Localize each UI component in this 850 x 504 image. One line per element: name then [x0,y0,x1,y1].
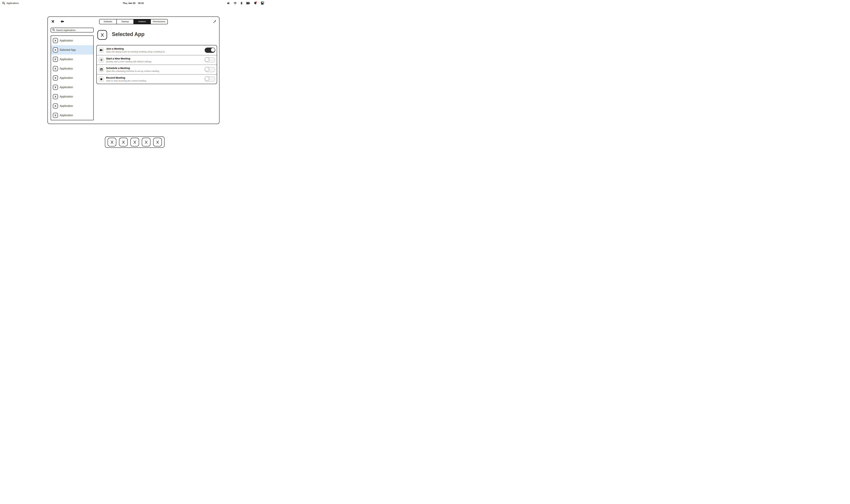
search-applications-field[interactable] [51,28,94,33]
toggle-knob [211,48,215,52]
close-button[interactable] [51,20,55,23]
app-x-icon [53,48,58,53]
dock-app-x-icon[interactable] [142,138,151,146]
tab-actions[interactable]: Actions [134,19,151,24]
action-title: Start a New Meeting [106,57,203,60]
search-icon [52,29,55,32]
action-row-record-meeting: Record Meeting Start or stop recording t… [97,74,217,84]
video-camera-icon [99,47,104,53]
toggle-knob [205,67,209,72]
app-x-icon [53,94,58,99]
dock-app-x-icon[interactable] [119,138,128,146]
back-button[interactable] [60,20,64,23]
app-label: Application [60,58,73,61]
notifications-icon [254,1,257,5]
date-label: Thu, Jan 20 [123,2,135,4]
battery-icon [246,2,250,4]
plus-icon [99,57,104,63]
volume-icon [227,2,230,5]
action-text: Schedule a Meeting Open the scheduling i… [106,67,203,73]
app-label: Application [60,76,73,79]
app-x-icon [53,75,58,80]
app-list-item[interactable]: Application [51,101,93,111]
app-x-icon [53,38,58,43]
toggle-schedule-meeting[interactable] [205,67,215,72]
app-label: Application [60,86,73,89]
action-subtitle: Open the scheduling interface to set up … [106,70,203,73]
applications-label: Applications [6,2,19,4]
app-label: Application [60,114,73,117]
action-title: Join a Meeting [106,47,203,50]
search-icon [2,2,5,5]
actions-group: Join a Meeting Open the dialog to join a… [97,45,217,84]
bluetooth-icon [240,2,243,5]
time-label: 15:31 [138,2,144,4]
top-bar: Applications Thu, Jan 20 15:31 [0,0,266,6]
app-x-icon [53,57,58,62]
dock-app-x-icon[interactable] [153,138,162,146]
dock-app-x-icon[interactable] [131,138,139,146]
action-text: Record Meeting Start or stop recording t… [106,76,203,82]
settings-window: Defaults Startup Actions Permissions App… [48,17,220,124]
tab-permissions[interactable]: Permissions [151,19,168,24]
search-input[interactable] [56,29,92,32]
action-text: Join a Meeting Open the dialog to join a… [106,47,203,53]
toggle-start-meeting[interactable] [205,57,215,62]
expand-icon[interactable] [213,20,216,23]
action-text: Start a New Meeting Quickly start a new … [106,57,203,63]
action-subtitle: Open the dialog to join an existing meet… [106,51,203,53]
action-row-join-meeting: Join a Meeting Open the dialog to join a… [97,46,217,55]
wifi-icon [233,2,237,5]
action-subtitle: Start or stop recording the current meet… [106,79,203,82]
dock-app-x-icon[interactable] [108,138,116,146]
app-list-item[interactable]: Application [51,36,93,45]
toggle-knob [205,57,209,62]
application-list: Application Selected App Application App… [51,36,94,120]
app-list-item[interactable]: Application [51,92,93,101]
action-subtitle: Quickly start a new meeting with default… [106,60,203,63]
tab-startup[interactable]: Startup [117,19,134,24]
calendar-icon [99,67,104,72]
page-title: Selected App [112,31,144,37]
action-row-start-meeting: Start a New Meeting Quickly start a new … [97,55,217,65]
app-list-item[interactable]: Application [51,73,93,83]
toggle-join-meeting[interactable] [205,48,215,53]
tab-bar: Defaults Startup Actions Permissions [99,19,168,24]
toggle-knob [205,76,209,81]
dock [105,137,164,148]
toggle-record-meeting[interactable] [205,76,215,82]
app-list-item-selected[interactable]: Selected App [51,45,93,55]
clock[interactable]: Thu, Jan 20 15:31 [123,2,144,4]
app-x-icon [53,104,58,109]
app-x-icon [53,113,58,118]
app-label: Application [60,67,73,70]
action-title: Schedule a Meeting [106,67,203,70]
app-list-item[interactable]: Application [51,111,93,120]
selected-app-header: Selected App [98,30,144,40]
app-label: Application [60,95,73,98]
app-list-item[interactable]: Application [51,55,93,64]
activities-button[interactable]: Applications [0,2,19,5]
app-list-item[interactable]: Application [51,83,93,92]
app-x-icon [53,66,58,71]
system-status-area[interactable] [227,0,264,6]
action-row-schedule-meeting: Schedule a Meeting Open the scheduling i… [97,65,217,74]
app-list-item[interactable]: Application [51,64,93,73]
record-icon [99,76,104,82]
app-label: Selected App [60,49,76,52]
app-x-icon [53,85,58,90]
quick-settings-icon [261,2,264,5]
action-title: Record Meeting [106,76,203,79]
tab-defaults[interactable]: Defaults [100,19,117,24]
app-label: Application [60,39,73,42]
desktop: Applications Thu, Jan 20 15:31 [0,0,266,150]
app-label: Application [60,105,73,108]
selected-app-icon [98,30,107,40]
